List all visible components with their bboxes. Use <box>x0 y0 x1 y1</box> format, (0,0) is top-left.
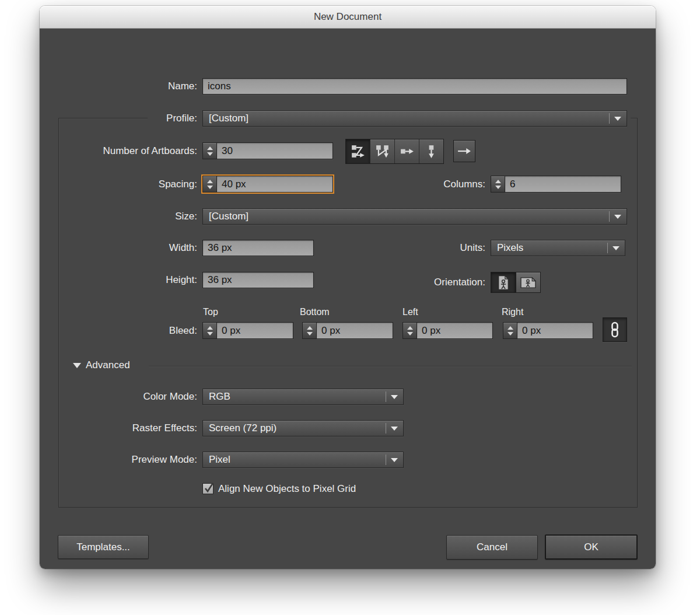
bleed-bottom-input[interactable] <box>317 323 393 338</box>
color-mode-dropdown[interactable]: RGB <box>202 389 404 405</box>
stepper-up-icon[interactable] <box>495 180 501 183</box>
bleed-link-button[interactable] <box>603 317 627 342</box>
bleed-left-input[interactable] <box>417 323 492 338</box>
align-pixel-grid-label: Align New Objects to Pixel Grid <box>218 483 356 495</box>
bleed-left-stepper[interactable] <box>402 322 417 339</box>
stepper-down-icon[interactable] <box>307 332 313 336</box>
spacing-label: Spacing: <box>40 176 197 193</box>
stepper-up-icon[interactable] <box>207 180 213 183</box>
chevron-down-icon <box>391 458 398 462</box>
stepper-up-icon[interactable] <box>508 326 513 330</box>
width-input[interactable] <box>203 240 313 256</box>
orientation-button-group <box>491 272 541 293</box>
grid-by-column-button[interactable] <box>370 139 395 163</box>
raster-effects-dropdown-arrow-zone[interactable] <box>386 421 403 436</box>
name-input[interactable] <box>203 79 626 94</box>
bleed-top-label: Top <box>203 307 218 317</box>
stepper-up-icon[interactable] <box>207 326 213 330</box>
bleed-bottom-field[interactable] <box>317 322 393 339</box>
stepper-down-icon[interactable] <box>508 332 513 336</box>
columns-stepper[interactable] <box>491 176 505 193</box>
stepper-down-icon[interactable] <box>495 186 501 189</box>
preview-mode-dropdown[interactable]: Pixel <box>202 452 404 468</box>
spacing-stepper[interactable] <box>202 176 217 193</box>
bleed-top-field[interactable] <box>217 322 293 339</box>
width-field[interactable] <box>202 240 314 256</box>
orientation-landscape-button[interactable] <box>516 272 541 293</box>
size-label: Size: <box>40 208 197 225</box>
columns-field[interactable] <box>505 176 621 193</box>
spacing-input[interactable] <box>217 176 332 192</box>
size-dropdown[interactable]: [Custom] <box>202 208 627 225</box>
bleed-right-stepper[interactable] <box>503 322 517 339</box>
grid-by-column-icon <box>376 145 390 159</box>
bleed-label: Bleed: <box>40 322 197 339</box>
artboards-field[interactable] <box>217 142 333 159</box>
profile-dropdown-value: [Custom] <box>203 113 609 124</box>
artboards-label: Number of Artboards: <box>40 142 197 160</box>
artboards-stepper[interactable] <box>202 142 217 159</box>
cancel-button[interactable]: Cancel <box>446 535 538 560</box>
profile-dropdown[interactable]: [Custom] <box>202 110 627 127</box>
advanced-divider <box>149 366 632 366</box>
bleed-left-field[interactable] <box>417 322 493 339</box>
arrange-by-column-button[interactable] <box>419 139 443 163</box>
grid-by-row-button[interactable] <box>346 139 370 163</box>
columns-input[interactable] <box>505 176 621 192</box>
units-dropdown-arrow-zone[interactable] <box>607 240 625 256</box>
new-document-dialog: New Document Name: Profile: [Custom] Num… <box>40 6 656 569</box>
orientation-portrait-button[interactable] <box>491 272 516 293</box>
units-dropdown-value: Pixels <box>491 242 607 254</box>
preview-mode-dropdown-arrow-zone[interactable] <box>386 452 403 467</box>
advanced-disclosure-triangle-icon[interactable] <box>73 363 81 368</box>
right-arrow-icon <box>457 144 471 158</box>
spacing-combo <box>202 176 333 193</box>
stepper-up-icon[interactable] <box>407 326 413 330</box>
layout-direction-button[interactable] <box>453 140 475 162</box>
units-dropdown[interactable]: Pixels <box>491 240 625 256</box>
stepper-up-icon[interactable] <box>207 146 213 150</box>
artboards-input[interactable] <box>217 143 332 159</box>
portrait-page-icon <box>497 275 510 291</box>
chevron-down-icon <box>612 246 620 250</box>
bleed-right-combo <box>503 322 593 339</box>
artboard-layout-button-group <box>345 139 444 164</box>
bleed-top-stepper[interactable] <box>202 322 217 339</box>
height-input[interactable] <box>203 272 313 288</box>
height-field[interactable] <box>202 272 314 288</box>
advanced-header[interactable]: Advanced <box>86 359 130 371</box>
chevron-down-icon <box>614 117 621 121</box>
bleed-right-field[interactable] <box>517 322 593 339</box>
ok-button[interactable]: OK <box>545 534 638 560</box>
chevron-down-icon <box>391 395 398 399</box>
bleed-bottom-stepper[interactable] <box>302 322 317 339</box>
stepper-down-icon[interactable] <box>207 186 213 189</box>
profile-label: Profile: <box>40 110 197 127</box>
align-pixel-grid-checkbox[interactable] <box>202 483 214 494</box>
window-title-bar[interactable]: New Document <box>40 6 656 29</box>
chevron-down-icon <box>614 215 621 219</box>
arrange-by-row-button[interactable] <box>395 139 419 163</box>
bleed-right-input[interactable] <box>517 323 593 338</box>
size-dropdown-arrow-zone[interactable] <box>609 209 626 224</box>
bleed-top-input[interactable] <box>217 323 293 338</box>
name-field[interactable] <box>202 78 627 95</box>
columns-label: Columns: <box>366 176 485 193</box>
units-label: Units: <box>366 240 485 256</box>
spacing-field[interactable] <box>217 176 333 193</box>
color-mode-dropdown-arrow-zone[interactable] <box>386 389 403 404</box>
grid-by-row-icon <box>351 145 365 159</box>
stepper-down-icon[interactable] <box>207 332 213 336</box>
bleed-bottom-combo <box>302 322 393 339</box>
preview-mode-dropdown-value: Pixel <box>203 454 386 466</box>
size-dropdown-value: [Custom] <box>203 211 609 222</box>
templates-button[interactable]: Templates... <box>58 535 149 559</box>
bleed-left-combo <box>402 322 493 339</box>
profile-dropdown-arrow-zone[interactable] <box>609 111 626 126</box>
color-mode-dropdown-value: RGB <box>203 391 386 403</box>
stepper-down-icon[interactable] <box>407 332 413 336</box>
raster-effects-label: Raster Effects: <box>40 420 197 436</box>
stepper-down-icon[interactable] <box>207 152 213 156</box>
raster-effects-dropdown[interactable]: Screen (72 ppi) <box>202 420 404 436</box>
stepper-up-icon[interactable] <box>307 326 313 330</box>
